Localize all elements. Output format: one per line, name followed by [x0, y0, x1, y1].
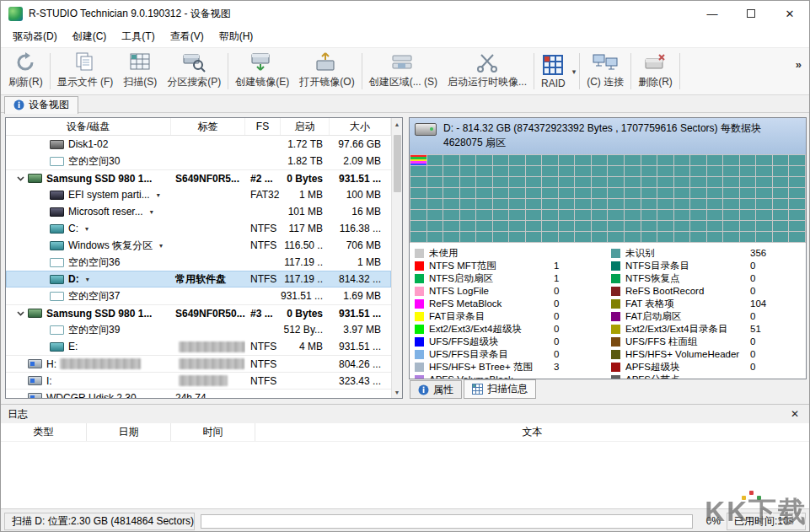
tree-collapse-icon[interactable] — [13, 311, 28, 316]
row-dropdown-arrow-icon[interactable]: ▾ — [85, 225, 89, 233]
legend-label: APFS VolumeBlock — [429, 374, 549, 379]
scan-block — [410, 155, 426, 165]
menu-item[interactable]: 帮助(H) — [212, 26, 261, 47]
column-header[interactable]: 大小 — [330, 118, 391, 135]
legend-label: NTFS MFT范围 — [429, 260, 549, 272]
scan-block — [427, 188, 443, 198]
scan-block — [592, 232, 608, 242]
dropdown-arrow-icon[interactable]: ▾ — [571, 67, 578, 76]
legend-swatch — [415, 249, 424, 258]
scan-block — [443, 232, 459, 242]
tab-label: 属性 — [433, 383, 453, 397]
scan-block — [526, 166, 542, 176]
menu-item[interactable]: 创建(C) — [65, 26, 115, 47]
row-dropdown-arrow-icon[interactable]: ▾ — [159, 242, 163, 250]
column-header[interactable]: 设备/磁盘 — [6, 118, 171, 135]
toolbar-button[interactable]: 打开镜像(O) — [294, 50, 359, 93]
device-label-cell — [171, 373, 245, 389]
scan-block-grid[interactable] — [410, 154, 806, 243]
toolbar-button[interactable]: 启动运行时映像... — [443, 50, 532, 93]
table-row[interactable]: Samsung SSD 980 1...S649NF0R5...#2 ...0 … — [6, 169, 391, 186]
legend-swatch — [415, 299, 424, 309]
log-column-header[interactable]: 日期 — [87, 423, 171, 441]
close-button[interactable]: ✕ — [770, 1, 809, 26]
scrollbar-thumb[interactable] — [394, 135, 401, 192]
scroll-up-icon[interactable]: ▲ — [392, 118, 402, 130]
table-row[interactable]: D:▾常用软件盘NTFS117.19 ..814.32 ... — [6, 271, 391, 287]
legend-count: 0 — [554, 324, 604, 334]
table-row[interactable]: WDCGR Udisk 2.3024h 74 — [6, 389, 391, 398]
log-column-header[interactable]: 文本 — [255, 423, 809, 441]
log-column-header[interactable]: 类型 — [1, 423, 87, 441]
scan-block — [690, 166, 706, 176]
scan-block — [723, 221, 739, 231]
toolbar-button[interactable]: 扫描(S) — [118, 50, 162, 93]
legend-label: FAT启动扇区 — [625, 310, 745, 323]
toolbar-button[interactable]: 创建镜像(E) — [230, 50, 294, 93]
log-close-button[interactable]: ✕ — [787, 408, 802, 420]
table-row[interactable]: 空的空间37931.51 ...1.69 MB — [6, 287, 391, 304]
row-dropdown-arrow-icon[interactable]: ▾ — [150, 208, 153, 216]
scan-block — [674, 166, 690, 176]
legend-item: Ext2/Ext3/Ext4超级块0 — [415, 323, 604, 336]
tab-properties[interactable]: 属性 — [410, 380, 462, 399]
legend-item: FAT启动扇区0 — [611, 310, 801, 323]
device-label-cell: S649NF0R5... — [171, 170, 245, 186]
tab-device-view[interactable]: 设备视图 — [4, 96, 78, 114]
toolbar-button[interactable]: 删除(R) — [633, 50, 678, 93]
toolbar-button[interactable]: 创建区域(... (S) — [364, 50, 443, 93]
device-name: E: — [68, 341, 78, 352]
column-header[interactable]: FS — [245, 118, 281, 135]
table-row[interactable]: 空的空间39512 By...3.97 MB — [6, 321, 391, 338]
table-row[interactable]: E:NTFS4 MB931.51 ... — [6, 338, 391, 355]
toolbar-button[interactable]: 刷新(R) — [3, 50, 48, 93]
empty-partition-icon — [50, 325, 64, 335]
table-row[interactable]: I:NTFS323.43 ... — [6, 372, 391, 389]
scan-block — [476, 199, 492, 209]
table-row[interactable]: EFI system parti...▾FAT321 MB100 MB — [6, 186, 391, 203]
legend-swatch — [415, 312, 424, 321]
table-row[interactable]: 空的空间301.82 TB2.09 MB — [6, 153, 391, 169]
device-table-body: Disk1-021.72 TB97.66 GB空的空间301.82 TB2.09… — [6, 136, 391, 398]
scan-block — [789, 232, 805, 242]
vertical-scrollbar[interactable]: ▲ ▼ — [391, 118, 402, 398]
toolbar-button[interactable]: RAID — [536, 50, 571, 93]
table-row[interactable]: Disk1-021.72 TB97.66 GB — [6, 136, 391, 153]
scan-block — [509, 199, 525, 209]
table-row[interactable]: H:NTFS804.26 ... — [6, 355, 391, 372]
scan-icon — [128, 51, 152, 73]
log-body — [1, 442, 809, 509]
tab-scan-info[interactable]: 扫描信息 — [464, 379, 536, 399]
tree-collapse-icon[interactable] — [13, 176, 28, 181]
device-name-cell: I: — [6, 373, 171, 389]
table-row[interactable]: Samsung SSD 980 1...S649NF0R50...#3 ...0… — [6, 304, 391, 321]
minimize-button[interactable]: — — [693, 1, 732, 26]
log-column-header[interactable]: 时间 — [171, 423, 255, 441]
column-header[interactable]: 启动 — [281, 118, 330, 135]
toolbar-button[interactable]: 分区搜索(P) — [162, 50, 226, 93]
device-label-cell — [171, 254, 245, 271]
table-row[interactable]: Microsoft reser...▾101 MB16 MB — [6, 203, 391, 220]
row-dropdown-arrow-icon[interactable]: ▾ — [86, 276, 89, 283]
legend-label: APFS分节点 — [625, 373, 745, 379]
column-header[interactable]: 标签 — [171, 118, 245, 135]
table-row[interactable]: 空的空间36117.19 ..1 MB — [6, 254, 391, 271]
row-dropdown-arrow-icon[interactable]: ▾ — [157, 191, 160, 199]
window-controls: — ✕ — [693, 1, 809, 26]
toolbar-button[interactable]: 显示文件 (F) — [52, 50, 119, 93]
toolbar-button[interactable]: (C) 连接 — [582, 50, 629, 93]
legend-count: 0 — [750, 349, 801, 359]
scroll-down-icon[interactable]: ▼ — [392, 386, 402, 398]
table-row[interactable]: C:▾NTFS117 MB116.38 ... — [6, 220, 391, 237]
table-row[interactable]: Windows 恢复分区▾NTFS116.50 ..706 MB — [6, 237, 391, 254]
menu-item[interactable]: 工具(T) — [114, 26, 162, 47]
maximize-button[interactable] — [732, 1, 770, 26]
menu-item[interactable]: 驱动器(D) — [5, 26, 65, 47]
menu-item[interactable]: 查看(V) — [163, 26, 212, 47]
usb-device-icon — [28, 393, 42, 398]
toolbar-button-label: 创建镜像(E) — [235, 75, 289, 89]
toolbar-button-label: 分区搜索(P) — [167, 75, 221, 89]
legend-count: 104 — [750, 298, 801, 309]
toolbar-button-label: RAID — [541, 78, 566, 89]
toolbar-overflow-button[interactable]: » — [791, 58, 806, 71]
